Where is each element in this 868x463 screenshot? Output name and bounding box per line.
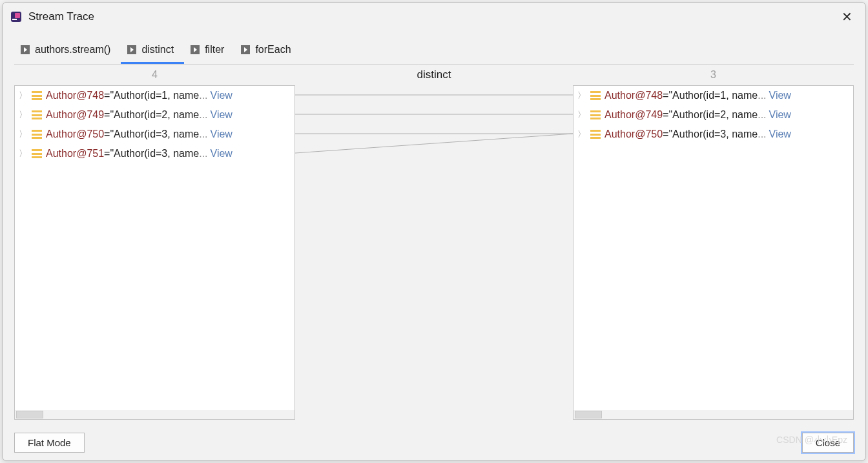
chevron-right-icon[interactable]: 〉 (576, 109, 586, 121)
view-link[interactable]: View (211, 129, 232, 140)
object-icon (590, 130, 601, 139)
list-item[interactable]: 〉Author@751 = "Author(id=3, name...View (15, 144, 294, 163)
object-name: Author@750 (604, 129, 663, 140)
object-value: "Author(id=3, name (668, 129, 758, 140)
count-row: 4 distinct 3 (14, 65, 854, 85)
object-value: "Author(id=3, name (110, 129, 199, 140)
view-link[interactable]: View (211, 90, 232, 101)
scrollbar-thumb[interactable] (575, 411, 602, 418)
view-link[interactable]: View (769, 129, 791, 140)
tab-authors-stream[interactable]: authors.stream() (14, 40, 121, 64)
tab-foreach[interactable]: forEach (234, 40, 301, 64)
stream-trace-dialog: Stream Trace ✕ authors.stream() distinct… (2, 2, 866, 461)
scrollbar-track[interactable] (15, 410, 294, 419)
left-count: 4 (14, 69, 295, 81)
object-name: Author@748 (604, 90, 663, 101)
svg-rect-2 (12, 19, 17, 20)
footer: Flat Mode Close (3, 427, 865, 460)
chevron-right-icon[interactable]: 〉 (17, 90, 28, 101)
scrollbar-track[interactable] (574, 410, 853, 419)
list-item[interactable]: 〉Author@748 = "Author(id=1, name...View (574, 86, 853, 105)
object-icon (32, 91, 42, 100)
tab-distinct[interactable]: distinct (121, 40, 184, 64)
svg-line-6 (295, 134, 573, 153)
chevron-right-icon[interactable]: 〉 (17, 148, 28, 159)
list-item[interactable]: 〉Author@750 = "Author(id=3, name...View (574, 125, 853, 144)
chevron-right-icon[interactable]: 〉 (576, 90, 586, 101)
right-count: 3 (573, 69, 854, 81)
object-icon (590, 91, 601, 100)
object-value: "Author(id=2, name (668, 109, 758, 121)
view-link[interactable]: View (211, 109, 232, 121)
title-bar: Stream Trace ✕ (3, 3, 865, 28)
object-value: "Author(id=1, name (110, 90, 199, 101)
input-panel: 〉Author@748 = "Author(id=1, name...View〉… (14, 85, 295, 420)
play-icon (21, 45, 30, 54)
object-name: Author@751 (46, 148, 104, 159)
object-name: Author@748 (46, 90, 104, 101)
chevron-right-icon[interactable]: 〉 (576, 129, 586, 140)
view-link[interactable]: View (769, 90, 791, 101)
app-icon (10, 11, 22, 23)
object-icon (590, 110, 601, 119)
play-icon (241, 45, 250, 54)
close-button[interactable]: Close (802, 433, 854, 453)
play-icon (191, 45, 200, 54)
svg-rect-1 (15, 13, 20, 18)
chevron-right-icon[interactable]: 〉 (17, 129, 28, 140)
object-name: Author@750 (46, 129, 104, 140)
play-icon (127, 45, 136, 54)
object-name: Author@749 (46, 109, 104, 121)
scrollbar-thumb[interactable] (16, 411, 43, 418)
chevron-right-icon[interactable]: 〉 (17, 109, 28, 121)
object-name: Author@749 (604, 109, 663, 121)
list-item[interactable]: 〉Author@750 = "Author(id=3, name...View (15, 125, 294, 144)
object-value: "Author(id=3, name (110, 148, 199, 159)
view-link[interactable]: View (769, 109, 791, 121)
list-item[interactable]: 〉Author@748 = "Author(id=1, name...View (15, 86, 294, 105)
operation-label: distinct (295, 68, 573, 81)
tab-filter[interactable]: filter (184, 40, 234, 64)
tabs-bar: authors.stream() distinct filter forEach (14, 40, 854, 65)
object-value: "Author(id=1, name (668, 90, 758, 101)
view-link[interactable]: View (211, 148, 232, 159)
content-area: 4 distinct 3 〉Author@748 = "Author(id=1,… (14, 65, 854, 427)
panels: 〉Author@748 = "Author(id=1, name...View〉… (14, 85, 854, 427)
dialog-title: Stream Trace (28, 10, 836, 23)
close-icon[interactable]: ✕ (836, 6, 858, 27)
object-icon (32, 130, 42, 139)
object-icon (32, 149, 42, 158)
object-value: "Author(id=2, name (110, 109, 199, 121)
output-panel: 〉Author@748 = "Author(id=1, name...View〉… (573, 85, 854, 420)
connection-lines (295, 85, 573, 420)
flat-mode-button[interactable]: Flat Mode (14, 433, 85, 453)
list-item[interactable]: 〉Author@749 = "Author(id=2, name...View (15, 105, 294, 125)
object-icon (32, 110, 42, 119)
list-item[interactable]: 〉Author@749 = "Author(id=2, name...View (574, 105, 853, 125)
